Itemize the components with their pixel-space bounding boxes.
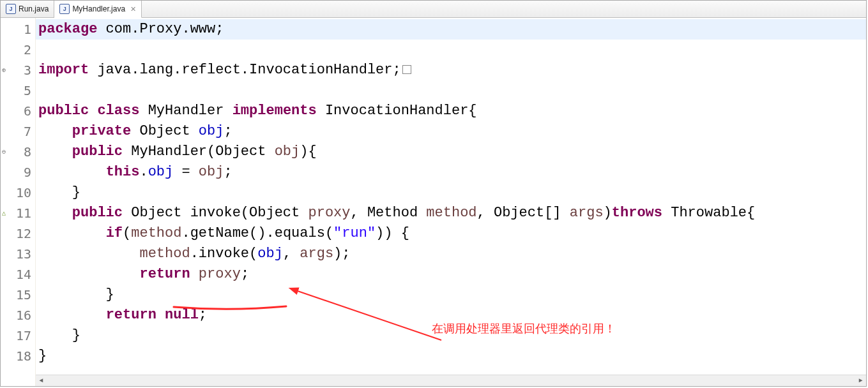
fold-minus-icon[interactable]: ⊖ <box>2 142 6 162</box>
line-number: 17 <box>1 325 31 346</box>
horizontal-scrollbar[interactable]: ◄ ► <box>36 375 866 386</box>
code-line <box>36 80 866 101</box>
java-file-icon: J <box>59 4 70 14</box>
tab-label: MyHandler.java <box>72 4 125 13</box>
line-number: 13 <box>1 244 31 264</box>
scroll-right-icon[interactable]: ► <box>855 375 866 386</box>
code-line: } <box>36 346 866 366</box>
code-line: import java.lang.reflect.InvocationHandl… <box>36 60 866 80</box>
line-number: 15 <box>1 285 31 305</box>
line-number: 2 <box>1 40 31 60</box>
line-number: 7 <box>1 121 31 142</box>
code-line: return proxy; <box>36 264 866 285</box>
line-number: 12 <box>1 223 31 244</box>
code-line: } <box>36 285 866 305</box>
scroll-track[interactable] <box>47 375 855 386</box>
code-line: this.obj = obj; <box>36 162 866 183</box>
tab-bar: J Run.java J MyHandler.java ✕ <box>1 1 866 18</box>
code-line <box>36 40 866 60</box>
line-number-gutter[interactable]: 1 2 ⊕3 5 6 7 ⊖8 9 10 △11 12 13 14 15 16 … <box>1 18 36 386</box>
line-number: 1 <box>1 19 31 40</box>
line-number: 18 <box>1 346 31 366</box>
code-area: 1 2 ⊕3 5 6 7 ⊖8 9 10 △11 12 13 14 15 16 … <box>1 18 866 386</box>
tab-myhandler-java[interactable]: J MyHandler.java ✕ <box>54 1 142 18</box>
code-content[interactable]: package com.Proxy.www; import java.lang.… <box>36 18 866 386</box>
line-number: 9 <box>1 162 31 183</box>
code-line: method.invoke(obj, args); <box>36 244 866 264</box>
line-number: 5 <box>1 80 31 101</box>
code-line: public Object invoke(Object proxy, Metho… <box>36 203 866 223</box>
line-number: ⊕3 <box>1 60 31 80</box>
java-file-icon: J <box>6 4 16 14</box>
code-line: private Object obj; <box>36 121 866 142</box>
annotation-text: 在调用处理器里返回代理类的引用！ <box>432 321 616 336</box>
line-number: 10 <box>1 183 31 203</box>
scroll-left-icon[interactable]: ◄ <box>36 375 47 386</box>
code-line: } <box>36 183 866 203</box>
collapsed-import-icon[interactable] <box>402 65 411 74</box>
code-line: package com.Proxy.www; <box>36 19 866 40</box>
line-number: △11 <box>1 203 31 223</box>
line-number: 14 <box>1 264 31 285</box>
line-number: ⊖8 <box>1 142 31 162</box>
editor-window: J Run.java J MyHandler.java ✕ 1 2 ⊕3 5 6… <box>0 0 867 387</box>
code-line: if(method.getName().equals("run")) { <box>36 223 866 244</box>
override-marker-icon[interactable]: △ <box>2 203 6 223</box>
fold-plus-icon[interactable]: ⊕ <box>2 60 6 80</box>
close-icon[interactable]: ✕ <box>130 5 136 13</box>
code-line: public MyHandler(Object obj){ <box>36 142 866 162</box>
tab-run-java[interactable]: J Run.java <box>1 1 54 17</box>
code-line: public class MyHandler implements Invoca… <box>36 101 866 121</box>
tab-label: Run.java <box>19 4 49 13</box>
line-number: 16 <box>1 305 31 325</box>
line-number: 6 <box>1 101 31 121</box>
